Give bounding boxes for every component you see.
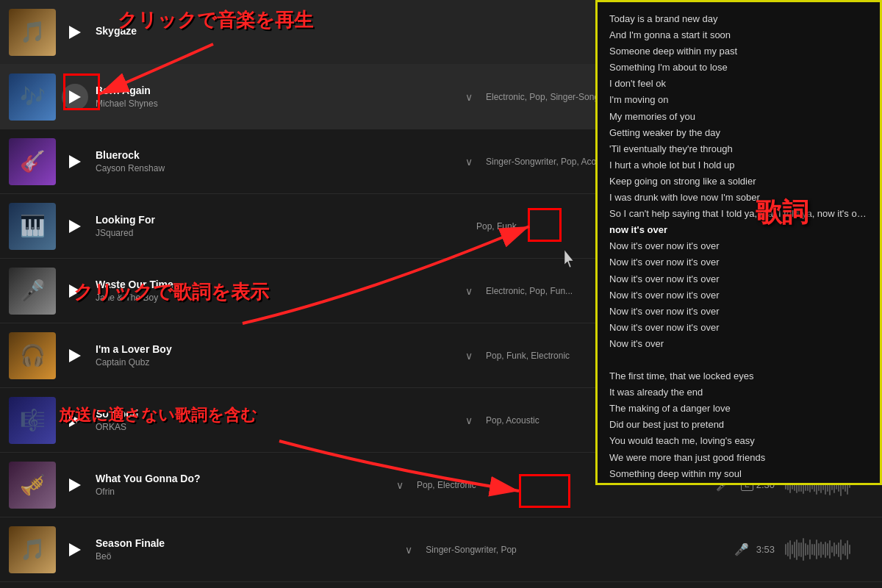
lyrics-line: You would teach me, loving's easy	[609, 433, 868, 449]
play-button-bluerock[interactable]	[62, 148, 88, 175]
lyrics-line: I'm moving on	[609, 92, 868, 108]
track-info-lover-boy: I'm a Lover BoyCaptain Qubz	[96, 343, 459, 368]
waveform-bar	[803, 538, 804, 561]
waveform-bar	[820, 542, 822, 558]
track-info-waste-our-time: Waste Our TimeJane & The Boy	[96, 279, 459, 303]
track-artist-season-finale: Beö	[96, 551, 399, 562]
track-artist-lover-boy: Captain Qubz	[96, 357, 459, 368]
play-button-skygaze[interactable]	[62, 19, 88, 46]
play-button-looking-for[interactable]	[62, 213, 88, 240]
track-info-skygaze: Skygaze	[96, 25, 481, 39]
lyrics-line: Now it's over now it's over	[609, 287, 868, 304]
waveform-bar	[833, 542, 835, 556]
waveform-bar	[796, 539, 797, 560]
waveform-bar	[827, 543, 828, 556]
waveform-bar	[787, 542, 789, 556]
waveform-bar	[794, 542, 795, 558]
chevron-btn-so-good[interactable]: ∨	[459, 409, 478, 432]
track-row-season-finale[interactable]: 🎵Season FinaleBeö∨Singer-Songwriter, Pop…	[0, 517, 882, 582]
chevron-btn-lover-boy[interactable]: ∨	[459, 344, 478, 368]
chevron-btn-season-finale[interactable]: ∨	[399, 538, 418, 562]
album-art-season-finale: 🎵	[9, 526, 56, 573]
lyrics-line: Someone deep within my past	[609, 43, 868, 60]
lyrics-line: The first time, that we locked eyes	[609, 368, 868, 384]
play-button-waste-our-time[interactable]	[62, 278, 88, 304]
play-button-lover-boy[interactable]	[62, 343, 88, 369]
waveform-bar	[840, 539, 842, 560]
track-genres-season-finale: Singer-Songwriter, Pop	[418, 545, 729, 555]
waveform-bar	[838, 542, 839, 557]
track-title-skygaze: Skygaze	[96, 25, 481, 37]
lyrics-line: 'Til eventually they're through	[609, 141, 868, 157]
album-art-born-again: 🎶	[9, 74, 56, 121]
album-art-waste-our-time: 🎤	[9, 268, 56, 315]
waveform-bar	[842, 545, 844, 554]
waveform-bar	[785, 544, 786, 555]
lyrics-line	[609, 352, 868, 368]
track-title-so-good: So Good	[96, 408, 459, 420]
chevron-btn-bluerock[interactable]: ∨	[459, 150, 478, 173]
lyrics-line: I don't feel ok	[609, 76, 868, 92]
lyrics-line: Now it's over	[609, 336, 868, 352]
track-info-bluerock: BluerockCayson Renshaw	[96, 149, 459, 173]
track-artist-so-good: ORKAS	[96, 422, 459, 432]
play-icon-born-again	[69, 90, 81, 104]
track-artist-waste-our-time: Jane & The Boy	[96, 293, 459, 303]
play-icon-bluerock	[69, 155, 81, 168]
album-art-what-you-gonna-do: 🎺	[9, 462, 56, 509]
play-icon-what-you-gonna-do	[69, 478, 81, 492]
waveform-bar	[829, 540, 831, 559]
play-icon-skygaze	[69, 26, 81, 39]
play-button-born-again[interactable]	[62, 84, 88, 110]
waveform-bar	[805, 543, 806, 556]
track-title-what-you-gonna-do: What You Gonna Do?	[96, 473, 390, 484]
play-button-season-finale[interactable]	[62, 537, 88, 563]
lyrics-line: The making of a danger love	[609, 401, 868, 417]
track-title-waste-our-time: Waste Our Time	[96, 279, 459, 290]
lyrics-line: Getting weaker by the day	[609, 125, 868, 141]
waveform-bar	[798, 542, 800, 556]
lyrics-line: Now it's over now it's over	[609, 271, 868, 287]
lyrics-panel[interactable]: Today is a brand new dayAnd I'm gonna a …	[595, 0, 882, 485]
lyrics-line: Today is a brand new day	[609, 11, 868, 27]
lyrics-line: Something deep within my soul	[609, 466, 868, 482]
waveform-bar	[789, 540, 791, 559]
chevron-btn-waste-our-time[interactable]: ∨	[459, 279, 478, 303]
waveform-bar	[836, 545, 837, 554]
play-icon-waste-our-time	[69, 284, 81, 298]
lyrics-line: Something I'm about to lose	[609, 60, 868, 76]
track-info-season-finale: Season FinaleBeö	[96, 537, 399, 562]
track-info-what-you-gonna-do: What You Gonna Do?Ofrin	[96, 473, 390, 497]
lyrics-line: I hurt a whole lot but I hold up	[609, 157, 868, 173]
lyrics-line: Now it's over now it's over	[609, 254, 868, 270]
lyrics-line: Did our best just to pretend	[609, 417, 868, 433]
track-title-born-again: Born Again	[96, 85, 459, 96]
lyrics-line: And I'm gonna a start it soon	[609, 27, 868, 43]
track-title-lover-boy: I'm a Lover Boy	[96, 343, 459, 355]
lyrics-line: It was already the end	[609, 384, 868, 401]
lyrics-line: Keep going on strong like a soldier	[609, 173, 868, 190]
waveform-bar	[816, 539, 817, 559]
lyrics-line: I was drunk with love now I'm sober	[609, 190, 868, 206]
play-button-what-you-gonna-do[interactable]	[62, 472, 88, 498]
chevron-btn-born-again[interactable]: ∨	[459, 85, 478, 109]
waveform-bar	[809, 539, 811, 559]
album-art-skygaze: 🎵	[9, 9, 56, 56]
play-icon-looking-for	[69, 220, 81, 233]
track-title-looking-for: Looking For	[96, 214, 469, 226]
lyrics-line: My memories of you	[609, 109, 868, 125]
play-button-so-good[interactable]	[62, 407, 88, 434]
lyrics-line: So I can't help saying that I told ya, t…	[609, 206, 868, 222]
lyrics-line: Now it's over now it's over	[609, 304, 868, 320]
track-artist-bluerock: Cayson Renshaw	[96, 163, 459, 173]
waveform-bar	[831, 546, 833, 553]
track-artist-looking-for: JSquared	[96, 228, 469, 238]
play-icon-season-finale	[69, 543, 81, 556]
track-duration-season-finale: 3:53	[756, 544, 775, 555]
waveform-bar	[825, 542, 826, 558]
album-art-looking-for: 🎹	[9, 203, 56, 250]
album-art-bluerock: 🎸	[9, 138, 56, 185]
mic-button-season-finale[interactable]: 🎤	[730, 538, 753, 561]
play-icon-so-good	[69, 414, 81, 427]
chevron-btn-what-you-gonna-do[interactable]: ∨	[390, 473, 409, 497]
